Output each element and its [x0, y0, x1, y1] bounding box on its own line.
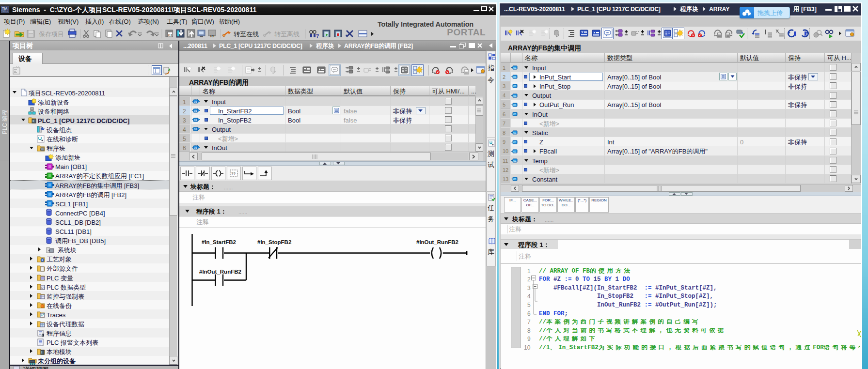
- svg-text:01: 01: [513, 131, 517, 134]
- svg-text:01: 01: [513, 150, 517, 153]
- svg-text:DT: DT: [41, 286, 45, 289]
- svg-text:01: 01: [194, 146, 197, 149]
- svg-text:01: 01: [513, 178, 517, 181]
- svg-text:01: 01: [194, 128, 197, 131]
- svg-text:01: 01: [194, 119, 197, 122]
- svg-text:RT: RT: [210, 34, 215, 38]
- svg-text:01: 01: [513, 159, 517, 162]
- svg-text:01: 01: [168, 33, 173, 37]
- svg-text:01: 01: [513, 113, 517, 116]
- svg-text:转至在线: 转至在线: [234, 31, 259, 38]
- svg-text:01: 01: [194, 100, 197, 103]
- svg-text:转至离线: 转至离线: [274, 31, 300, 38]
- svg-text:?: ?: [316, 33, 319, 39]
- svg-text:01: 01: [513, 85, 517, 88]
- svg-text:01: 01: [513, 66, 517, 69]
- svg-text:01: 01: [513, 94, 517, 97]
- svg-text:01: 01: [194, 109, 197, 112]
- svg-text:??: ??: [231, 171, 236, 176]
- svg-text:01: 01: [513, 76, 517, 78]
- svg-text:01: 01: [513, 104, 517, 107]
- svg-text:01: 01: [513, 141, 517, 144]
- svg-text:i: i: [42, 334, 43, 337]
- svg-text:保存项目: 保存项目: [39, 31, 64, 38]
